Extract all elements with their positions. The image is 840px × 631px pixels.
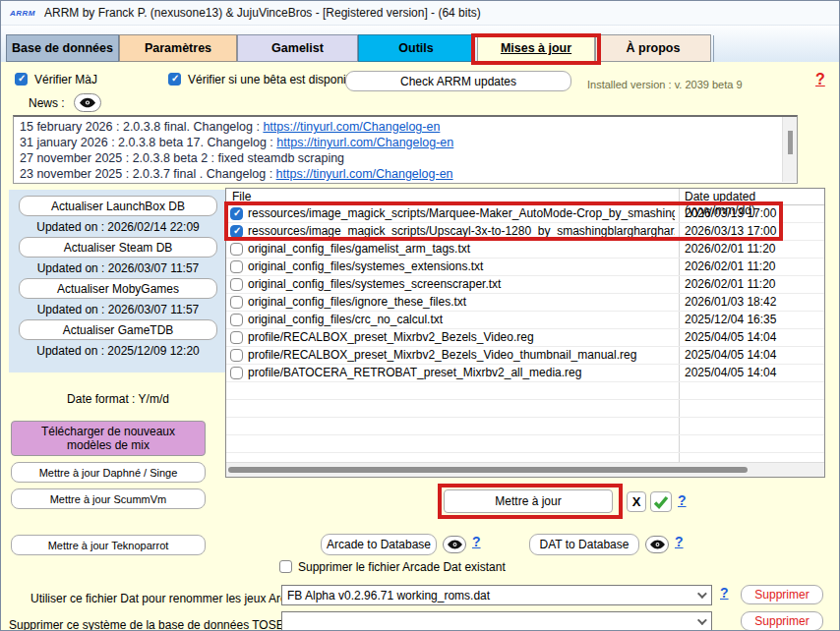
supprimer-tosec-button[interactable]: Supprimer [741,611,823,631]
update-daphne-button[interactable]: Mettre à jour Daphné / Singe [11,462,206,483]
chevron-down-icon [697,589,707,599]
tab-parametres[interactable]: Paramètres [119,34,237,62]
actualiser-steam-button[interactable]: Actualiser Steam DB [19,237,217,258]
row-checkbox[interactable] [230,331,243,344]
arcade-preview-button[interactable] [443,536,466,553]
table-row[interactable]: original_config_files/ignore_these_files… [226,294,824,312]
table-scrollbar-thumb[interactable] [228,467,748,473]
title-bar: ARRM ARRM by Franck P. (nexusone13) & Ju… [1,1,840,26]
table-row[interactable]: ressources/image_magick_scripts/Upscayl-… [226,223,824,241]
empty-row [226,435,824,453]
table-horizontal-scrollbar[interactable] [226,462,824,477]
news-line: 27 november 2025 : 2.0.3.8 beta 2 : fixe… [14,150,797,166]
confirm-button[interactable] [650,491,672,512]
help-icon-updates[interactable]: ? [815,71,825,88]
news-changelog-link[interactable]: https://tinyurl.com/Changelog-en [263,120,440,134]
verify-beta-checkbox[interactable] [168,73,181,86]
dat-rename-label: Utiliser ce fichier Dat pour renommer le… [30,592,274,605]
dat-file-dropdown[interactable]: FB Alpha v0.2.96.71 working_roms.dat [281,585,712,605]
arrm-window: ARRM ARRM by Franck P. (nexusone13) & Ju… [0,0,840,631]
cancel-button[interactable]: X [627,491,646,512]
steam-updated-label: Updated on : 2026/03/07 11:57 [9,261,227,275]
tab-a-propos[interactable]: À propos [595,34,711,62]
verify-beta-label: Vérifier si une bêta est disponible [188,73,362,86]
table-row[interactable]: profile/BATOCERA_RETROBAT_preset_Mixrbv2… [226,365,824,382]
dat-to-database-button[interactable]: DAT to Database [529,534,639,555]
table-row[interactable]: profile/RECALBOX_preset_Mixrbv2_Bezels_V… [226,329,824,347]
tab-mises-a-jour[interactable]: Mises à jour [477,34,595,62]
eye-icon [80,97,95,108]
verify-maj-label: Vérifier MàJ [34,73,97,86]
row-checkbox[interactable] [230,367,243,379]
row-checkbox[interactable] [230,314,243,326]
column-header-file: File [232,190,251,203]
chevron-down-icon [697,615,707,625]
news-changelog-link[interactable]: https://tinyurl.com/Changelog-en [276,136,453,149]
news-eye-button[interactable] [74,93,101,112]
help-icon-arcade[interactable]: ? [472,534,481,549]
tab-separator [713,35,714,62]
table-row[interactable]: original_config_files/crc_no_calcul.txt2… [226,312,824,329]
delete-arcade-dat-checkbox[interactable] [279,560,292,573]
launchbox-updated-label: Updated on : 2026/02/14 22:09 [9,220,227,234]
row-checkbox[interactable] [230,225,243,238]
tosec-system-dropdown[interactable] [281,611,712,631]
table-row[interactable]: original_config_files/systemes_extension… [226,258,824,276]
actualiser-launchbox-button[interactable]: Actualiser LaunchBox DB [19,196,217,216]
news-line: 31 january 2026 : 2.0.3.8 beta 17. Chang… [14,135,797,150]
table-row[interactable]: ressources/image_magick_scripts/Marquee-… [226,205,824,223]
window-title: ARRM by Franck P. (nexusone13) & JujuVin… [44,6,481,20]
empty-row [226,418,824,435]
tosec-delete-label: Supprimer ce système de la base de donné… [9,618,274,631]
supprimer-dat-button[interactable]: Supprimer [741,585,823,604]
mettre-a-jour-button[interactable]: Mettre à jour [444,489,613,513]
news-changelog-link[interactable]: https://tinyurl.com/Changelog-en [276,167,453,181]
date-format-label: Date format : Y/m/d [9,392,227,406]
empty-row [226,400,824,418]
empty-row [226,382,824,400]
tab-gamelist[interactable]: Gamelist [237,34,358,62]
row-checkbox[interactable] [230,243,243,256]
news-line: 23 november 2025 : 2.0.3.7 final . Chang… [14,166,797,182]
help-icon-update[interactable]: ? [678,492,687,508]
arcade-to-database-button[interactable]: Arcade to Database [321,534,437,555]
row-checkbox[interactable] [230,296,243,309]
update-files-table[interactable]: File Date updated (yyyy/mm/dd) ressource… [225,188,825,478]
row-checkbox[interactable] [230,278,243,291]
news-label: News : [29,96,65,110]
installed-version-text: Installed version : v. 2039 beta 9 [587,79,743,90]
check-icon [653,495,669,509]
delete-arcade-dat-label: Supprimer le fichier Arcade Dat existant [298,560,506,574]
actualiser-gametdb-button[interactable]: Actualiser GameTDB [19,319,217,340]
verify-maj-checkbox[interactable] [15,73,28,86]
tab-base-de-donnees[interactable]: Base de données [6,34,119,62]
row-checkbox[interactable] [230,207,243,220]
table-row[interactable]: original_config_files/gamelist_arm_tags.… [226,241,824,258]
app-icon: ARRM [10,9,35,18]
table-row[interactable]: profile/RECALBOX_preset_Mixrbv2_Bezels_V… [226,347,824,365]
news-scrollbar[interactable] [782,117,797,182]
tab-outils[interactable]: Outils [358,34,474,62]
news-line: 15 february 2026 : 2.0.3.8 final. Change… [14,117,797,135]
table-row[interactable]: original_config_files/systemes_screenscr… [226,276,824,294]
download-mix-models-button[interactable]: Télécharger de nouveaux modèles de mix [11,421,206,456]
news-textbox[interactable]: 15 february 2026 : 2.0.3.8 final. Change… [13,115,798,184]
help-icon-dat-file[interactable]: ? [720,585,729,601]
table-header: File Date updated (yyyy/mm/dd) [226,189,824,205]
row-checkbox[interactable] [230,349,243,362]
dat-preview-button[interactable] [645,536,669,553]
update-scummvm-button[interactable]: Mettre à jour ScummVm [11,488,206,509]
eye-icon [448,540,462,549]
row-checkbox[interactable] [230,260,243,273]
eye-icon [650,540,665,549]
tab-strip: Base de données Paramètres Gamelist Outi… [1,26,840,62]
gametdb-updated-label: Updated on : 2025/12/09 12:20 [9,344,227,358]
mobygames-updated-label: Updated on : 2026/03/07 11:57 [9,303,227,316]
actualiser-mobygames-button[interactable]: Actualiser MobyGames [19,278,217,299]
update-teknoparrot-button[interactable]: Mettre à jour Teknoparrot [11,535,206,555]
check-arrm-updates-button[interactable]: Check ARRM updates [345,71,571,91]
news-scrollbar-thumb[interactable] [788,131,793,154]
help-icon-dat[interactable]: ? [675,534,684,549]
